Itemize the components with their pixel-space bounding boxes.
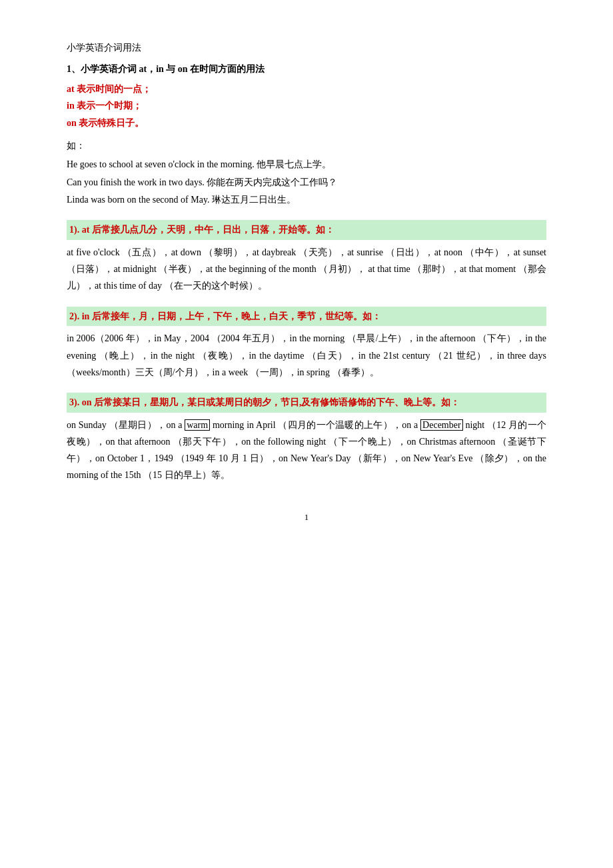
rule-on: on 表示特殊日子。 xyxy=(67,115,546,131)
example-line-3: Linda was born on the second of May. 琳达五… xyxy=(67,192,546,208)
example-line-1: He goes to school at seven o'clock in th… xyxy=(67,157,546,173)
section1-header: 1). at 后常接几点几分，天明，中午，日出，日落，开始等。如： xyxy=(67,220,546,240)
section-1: 1). at 后常接几点几分，天明，中午，日出，日落，开始等。如： at fiv… xyxy=(67,220,546,294)
section2-body: in 2006（2006 年），in May，2004 （2004 年五月），i… xyxy=(67,330,546,381)
example-line-2: Can you finish the work in two days. 你能在… xyxy=(67,175,546,191)
section-2: 2). in 后常接年，月，日期，上午，下午，晚上，白天，季节，世纪等。如： i… xyxy=(67,307,546,381)
rule-in: in 表示一个时期； xyxy=(67,98,546,114)
page-container: 小学英语介词用法 1、小学英语介词 at，in 与 on 在时间方面的用法 at… xyxy=(67,40,546,525)
subtitle: 1、小学英语介词 at，in 与 on 在时间方面的用法 xyxy=(67,61,546,77)
section2-header: 2). in 后常接年，月，日期，上午，下午，晚上，白天，季节，世纪等。如： xyxy=(67,307,546,327)
page-number: 1 xyxy=(67,510,546,525)
section3-body: on Sunday （星期日），on a warm morning in Apr… xyxy=(67,417,546,484)
section1-body: at five o'clock （五点），at down （黎明），at day… xyxy=(67,244,546,295)
example-label: 如： xyxy=(67,138,546,154)
page-title: 小学英语介词用法 xyxy=(67,40,546,56)
rule-at: at 表示时间的一点； xyxy=(67,81,546,97)
december-box: December xyxy=(420,419,463,431)
section-3: 3). on 后常接某日，星期几，某日或某周日的朝夕，节日,及有修饰语修饰的下午… xyxy=(67,393,546,484)
warm-box: warm xyxy=(185,419,210,431)
section3-header: 3). on 后常接某日，星期几，某日或某周日的朝夕，节日,及有修饰语修饰的下午… xyxy=(67,393,546,413)
